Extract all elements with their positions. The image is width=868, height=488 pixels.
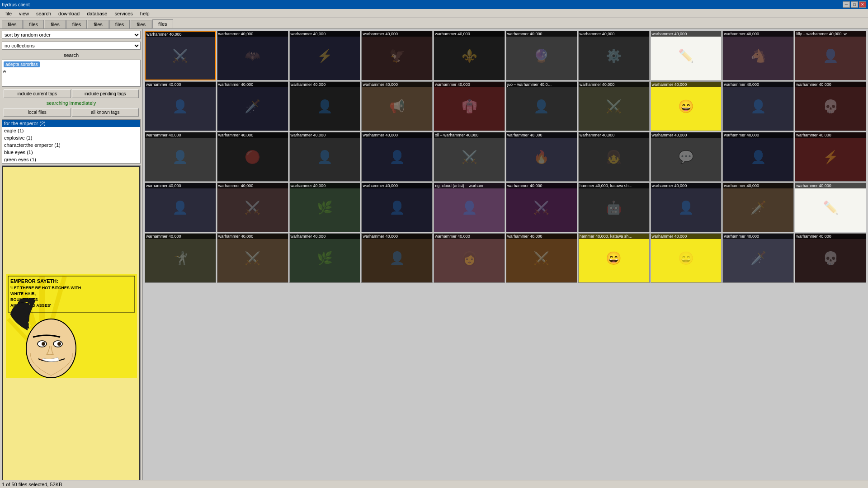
image-thumb-5: 🔮 — [506, 31, 577, 80]
local-files-button[interactable]: local files — [4, 108, 71, 117]
image-cell-43[interactable]: warhammer 40,000👤 — [361, 233, 433, 283]
menu-item-services[interactable]: services — [111, 10, 136, 17]
include-pending-tags-button[interactable]: include pending tags — [72, 89, 139, 98]
close-button[interactable]: ✕ — [859, 1, 866, 8]
image-cell-38[interactable]: warhammer 40,000🗡️ — [722, 183, 794, 232]
image-cell-6[interactable]: warhammer 40,000⚙️ — [578, 31, 650, 80]
image-cell-22[interactable]: warhammer 40,000👤 — [289, 132, 361, 182]
image-cell-0[interactable]: warhammer 40,000⚔️ — [145, 31, 216, 80]
image-cell-44[interactable]: warhammer 40,000👩 — [434, 233, 505, 283]
image-cell-41[interactable]: warhammer 40,000⚔️ — [217, 233, 288, 283]
image-cell-20[interactable]: warhammer 40,000👤 — [145, 132, 216, 182]
image-cell-19[interactable]: warhammer 40,000💀 — [795, 81, 866, 131]
titlebar: hydrus client ─ □ ✕ — [0, 0, 868, 9]
content-area[interactable]: warhammer 40,000⚔️warhammer 40,000🦇warha… — [143, 29, 868, 488]
image-thumb-8: 🐴 — [723, 31, 793, 80]
image-cell-40[interactable]: warhammer 40,000🤺 — [145, 233, 216, 283]
image-cell-29[interactable]: warhammer 40,000⚡ — [795, 132, 866, 182]
image-cell-37[interactable]: warhammer 40,000👤 — [651, 183, 722, 232]
image-cell-21[interactable]: warhammer 40,000🔴 — [217, 132, 288, 182]
tab-2[interactable]: files — [45, 20, 66, 28]
menu-item-view[interactable]: view — [15, 10, 33, 17]
image-cell-4[interactable]: warhammer 40,000⚜️ — [434, 31, 505, 80]
image-cell-25[interactable]: warhammer 40,000🔥 — [506, 132, 577, 182]
image-thumb-22: 👤 — [290, 132, 360, 181]
image-cell-46[interactable]: hammer 40,000, katawa sh…😄 — [578, 233, 650, 283]
image-cell-13[interactable]: warhammer 40,000📢 — [361, 81, 433, 131]
tab-1[interactable]: files — [24, 20, 44, 28]
tab-3[interactable]: files — [66, 20, 87, 28]
image-cell-24[interactable]: xil – warhammer 40,000⚔️ — [434, 132, 505, 182]
image-cell-30[interactable]: warhammer 40,000👤 — [145, 183, 216, 232]
image-cell-42[interactable]: warhammer 40,000🌿 — [289, 233, 361, 283]
autocomplete-item-3[interactable]: character:the emperor (1) — [2, 141, 140, 149]
image-cell-9[interactable]: lilly – warhammer 40,000, w👤 — [795, 31, 866, 80]
image-cell-26[interactable]: warhammer 40,000👧 — [578, 132, 650, 182]
image-thumb-16: ⚔️ — [579, 82, 649, 131]
image-cell-2[interactable]: warhammer 40,000⚡ — [289, 31, 361, 80]
menu-item-help[interactable]: help — [137, 10, 153, 17]
collections-select[interactable]: no collections — [2, 42, 141, 50]
menu-item-file[interactable]: file — [2, 10, 15, 17]
image-thumb-18: 👤 — [723, 82, 793, 131]
autocomplete-item-2[interactable]: explosive (1) — [2, 134, 140, 141]
image-cell-10[interactable]: warhammer 40,000👤 — [145, 81, 216, 131]
menu-item-download[interactable]: download — [55, 10, 83, 17]
autocomplete-item-5[interactable]: green eyes (1) — [2, 156, 140, 163]
tab-6[interactable]: files — [131, 20, 151, 28]
minimize-button[interactable]: ─ — [843, 1, 850, 8]
image-thumb-28: 👤 — [723, 132, 793, 181]
image-cell-39[interactable]: warhammer 40,000✏️ — [795, 183, 866, 232]
tab-4[interactable]: files — [88, 20, 108, 28]
image-cell-18[interactable]: warhammer 40,000👤 — [722, 81, 794, 131]
tab-7[interactable]: files — [152, 19, 173, 28]
image-cell-12[interactable]: warhammer 40,000👤 — [289, 81, 361, 131]
image-thumb-43: 👤 — [362, 234, 432, 282]
image-cell-7[interactable]: warhammer 40,000✏️ — [651, 31, 722, 80]
image-cell-35[interactable]: warhammer 40,000⚔️ — [506, 183, 577, 232]
include-current-tags-button[interactable]: include current tags — [4, 89, 71, 98]
image-cell-32[interactable]: warhammer 40,000🌿 — [289, 183, 361, 232]
image-cell-16[interactable]: warhammer 40,000⚔️ — [578, 81, 650, 131]
sort-select[interactable]: sort by random order — [2, 31, 141, 39]
image-cell-49[interactable]: warhammer 40,000💀 — [795, 233, 866, 283]
tab-5[interactable]: files — [109, 20, 130, 28]
image-cell-47[interactable]: warhammer 40,000😄 — [651, 233, 722, 283]
image-thumb-47: 😄 — [651, 234, 722, 282]
autocomplete-item-1[interactable]: eagle (1) — [2, 127, 140, 134]
image-thumb-33: 👤 — [362, 183, 432, 232]
menu-item-database[interactable]: database — [83, 10, 111, 17]
image-thumb-35: ⚔️ — [506, 183, 577, 232]
tag-input-area[interactable]: adepta sororitas — [2, 60, 141, 87]
image-cell-8[interactable]: warhammer 40,000🐴 — [722, 31, 794, 80]
image-cell-5[interactable]: warhammer 40,000🔮 — [506, 31, 577, 80]
image-thumb-42: 🌿 — [290, 234, 360, 282]
image-cell-11[interactable]: warhammer 40,000🗡️ — [217, 81, 288, 131]
searching-status: searching immediately — [2, 99, 141, 107]
menu-item-search[interactable]: search — [33, 10, 55, 17]
image-cell-45[interactable]: warhammer 40,000⚔️ — [506, 233, 577, 283]
image-cell-1[interactable]: warhammer 40,000🦇 — [217, 31, 288, 80]
image-cell-34[interactable]: ng, cloud (artist) – warham👤 — [434, 183, 505, 232]
tag-chip[interactable]: adepta sororitas — [4, 61, 40, 67]
image-cell-27[interactable]: warhammer 40,000💬 — [651, 132, 722, 182]
image-cell-33[interactable]: warhammer 40,000👤 — [361, 183, 433, 232]
tab-0[interactable]: files — [2, 20, 23, 28]
image-cell-48[interactable]: warhammer 40,000🗡️ — [722, 233, 794, 283]
image-cell-23[interactable]: warhammer 40,000👤 — [361, 132, 433, 182]
image-label-39: warhammer 40,000 — [795, 183, 866, 188]
autocomplete-item-0[interactable]: for the emperor (2) — [2, 120, 140, 127]
image-cell-15[interactable]: juo – warhammer 40,0…👤 — [506, 81, 577, 131]
tag-text-input[interactable] — [3, 69, 139, 74]
image-thumb-7: ✏️ — [651, 31, 722, 80]
image-cell-28[interactable]: warhammer 40,000👤 — [722, 132, 794, 182]
image-cell-31[interactable]: warhammer 40,000⚔️ — [217, 183, 288, 232]
svg-text:WHITE HAIR,: WHITE HAIR, — [10, 291, 36, 296]
image-cell-14[interactable]: warhammer 40,000👘 — [434, 81, 505, 131]
autocomplete-item-4[interactable]: blue eyes (1) — [2, 149, 140, 156]
image-cell-36[interactable]: hammer 40,000, katawa sh…🤖 — [578, 183, 650, 232]
image-cell-17[interactable]: warhammer 40,000😄 — [651, 81, 722, 131]
restore-button[interactable]: □ — [851, 1, 858, 8]
image-cell-3[interactable]: warhammer 40,000🦅 — [361, 31, 433, 80]
all-known-tags-button[interactable]: all known tags — [72, 108, 139, 117]
